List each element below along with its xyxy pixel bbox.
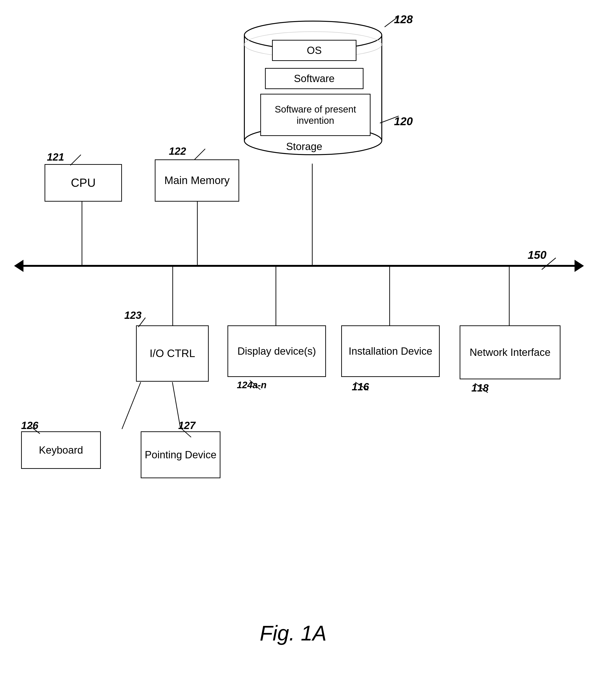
svg-marker-8 — [14, 260, 23, 272]
ref-123-arrow — [134, 314, 148, 330]
display-devices-box: Display device(s) — [228, 325, 326, 377]
svg-line-15 — [29, 425, 40, 434]
installation-device-box: Installation Device — [341, 325, 440, 377]
io-ctrl-connector-v — [172, 267, 173, 325]
ref-116-arrow — [352, 379, 370, 393]
svg-line-20 — [475, 383, 488, 393]
io-ctrl-box: I/O CTRL — [136, 325, 209, 382]
ref-121-arrow — [68, 151, 87, 168]
storage-connector — [312, 164, 313, 266]
svg-line-10 — [542, 258, 556, 270]
ref-121-label: 121 — [47, 151, 64, 163]
ref-150-arrow — [540, 253, 563, 272]
bus-arrow-right — [572, 260, 584, 272]
bus-arrow-left — [14, 260, 26, 272]
keyboard-connector — [98, 380, 145, 431]
cpu-connector — [81, 202, 82, 266]
network-interface-box: Network Interface — [460, 325, 560, 379]
main-memory-connector — [197, 202, 198, 266]
svg-line-14 — [122, 382, 141, 429]
main-memory-box: Main Memory — [155, 159, 239, 202]
display-connector — [276, 267, 276, 325]
pointing-device-box: Pointing Device — [141, 431, 220, 478]
ref-122-arrow — [192, 145, 211, 162]
svg-line-19 — [355, 382, 368, 390]
os-box: OS — [272, 40, 356, 61]
diagram: 128 OS Software Software of present inve… — [0, 0, 598, 700]
ref-127-arrow — [177, 424, 193, 439]
svg-line-17 — [181, 428, 191, 437]
svg-line-0 — [385, 17, 399, 27]
ref-126-arrow — [26, 422, 42, 436]
ref-120-arrow — [375, 112, 401, 127]
installation-connector — [389, 267, 390, 325]
svg-line-18 — [250, 380, 260, 390]
cpu-box: CPU — [45, 164, 122, 202]
svg-line-13 — [138, 318, 145, 327]
ref-118-arrow — [471, 380, 490, 394]
ref-124-arrow — [246, 378, 263, 391]
software-invention-box: Software of present invention — [260, 94, 370, 136]
storage-label: Storage — [286, 141, 322, 152]
bus-line — [19, 265, 577, 267]
software-box: Software — [265, 68, 363, 89]
svg-marker-9 — [575, 260, 584, 272]
ref-122-label: 122 — [169, 145, 186, 157]
svg-line-12 — [195, 149, 205, 159]
network-connector — [509, 267, 509, 325]
keyboard-box: Keyboard — [21, 431, 101, 469]
svg-line-7 — [380, 116, 399, 123]
figure-caption: Fig. 1A — [211, 621, 375, 645]
svg-line-11 — [70, 155, 81, 165]
